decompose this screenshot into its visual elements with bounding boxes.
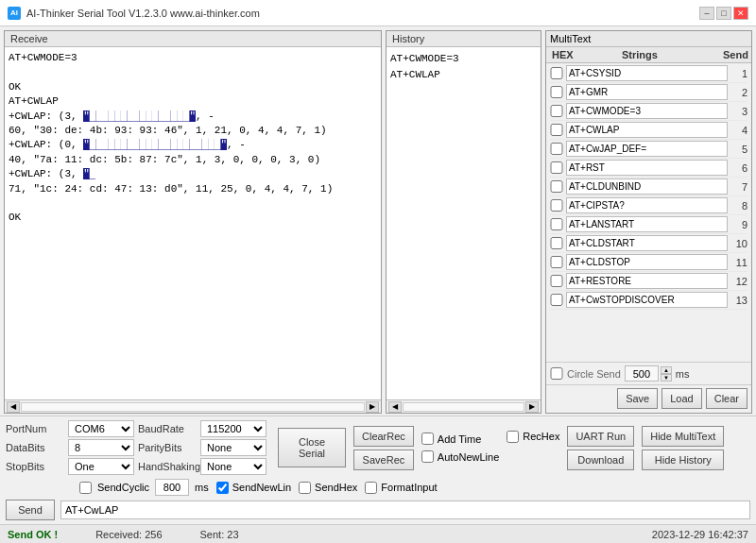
mt-row-input[interactable]: [566, 292, 728, 308]
rechex-label: RecHex: [523, 431, 559, 442]
history-item[interactable]: AT+CWMODE=3: [390, 51, 537, 67]
multitext-row: 6: [550, 159, 747, 178]
app-title: AI-Thinker Serial Tool V1.2.3.0 www.ai-t…: [26, 8, 260, 19]
circle-send-input[interactable]: [625, 365, 659, 382]
mt-row-checkbox[interactable]: [550, 294, 563, 306]
history-hscroll[interactable]: ◀ ▶: [387, 399, 541, 413]
send-cyclic-checkbox[interactable]: [79, 482, 92, 494]
cyclic-input[interactable]: [155, 479, 189, 496]
spinner-down[interactable]: ▼: [661, 374, 672, 382]
handshaking-label: HandShaking: [138, 461, 197, 472]
controls-row2: SendCyclic ms SendNewLin SendHex FormatI…: [6, 479, 750, 496]
add-time-checkbox[interactable]: [421, 433, 434, 445]
hscroll-left[interactable]: ◀: [7, 401, 20, 413]
mt-row-input[interactable]: [566, 122, 728, 138]
send-newlin-label: SendNewLin: [232, 482, 291, 493]
rechex-checkbox[interactable]: [507, 431, 519, 443]
mt-row-num: 2: [730, 87, 747, 98]
multitext-row: 5: [550, 140, 747, 159]
clear-button[interactable]: Clear: [706, 388, 747, 409]
multitext-actions: Save Load Clear: [546, 384, 751, 413]
send-newlin-checkbox[interactable]: [216, 482, 229, 494]
multitext-row: 11: [550, 253, 747, 272]
paritybits-row: ParityBits None: [138, 439, 266, 456]
hide-history-button[interactable]: Hide History: [642, 450, 724, 470]
mt-row-checkbox[interactable]: [550, 143, 563, 155]
baudrate-select[interactable]: 115200: [200, 420, 266, 437]
multitext-columns: HEX Strings Send: [546, 47, 751, 63]
baudrate-row: BaudRate 115200: [138, 420, 266, 437]
mt-row-input[interactable]: [566, 178, 728, 195]
history-hscroll-right[interactable]: ▶: [525, 401, 539, 413]
mt-row-checkbox[interactable]: [550, 161, 563, 174]
close-serial-button[interactable]: Close Serial: [278, 428, 346, 467]
mt-row-input[interactable]: [566, 273, 728, 289]
save-rec-button[interactable]: SaveRec: [353, 450, 414, 470]
mt-row-num: 10: [730, 238, 747, 249]
receive-text[interactable]: AT+CWMODE=3 OK AT+CWLAP +CWLAP: (3, "███…: [5, 47, 381, 399]
autonewline-group: AutoNewLine: [421, 450, 499, 463]
mt-row-checkbox[interactable]: [550, 124, 563, 136]
cyclic-row: SendCyclic ms: [79, 479, 209, 496]
datetime: 2023-12-29 16:42:37: [652, 529, 748, 540]
mt-row-input[interactable]: [566, 141, 728, 157]
handshaking-select[interactable]: None: [200, 458, 266, 475]
history-item[interactable]: AT+CWLAP: [390, 67, 537, 83]
spinner-up[interactable]: ▲: [661, 366, 672, 374]
download-button[interactable]: Download: [567, 450, 634, 470]
hscroll-thumb[interactable]: [21, 402, 365, 412]
mt-row-checkbox[interactable]: [550, 67, 563, 79]
paritybits-label: ParityBits: [138, 442, 197, 453]
bottom-area: PortNum COM6 BaudRate 115200 DataBits 8: [0, 416, 756, 524]
mt-row-input[interactable]: [566, 103, 728, 119]
stopbits-select[interactable]: One: [68, 458, 134, 475]
databits-select[interactable]: 8: [68, 439, 134, 456]
hide-multitext-button[interactable]: Hide MultiText: [642, 426, 724, 447]
spacer: [507, 449, 559, 466]
autonewline-checkbox[interactable]: [421, 450, 434, 463]
send-cyclic-label: SendCyclic: [97, 482, 149, 493]
hscroll-right[interactable]: ▶: [366, 401, 379, 413]
send-hex-checkbox[interactable]: [299, 482, 311, 494]
multitext-panel: MultiText HEX Strings Send 1 2 3 4: [545, 30, 752, 414]
mt-row-input[interactable]: [566, 197, 728, 213]
mt-row-input[interactable]: [566, 254, 728, 270]
mt-row-checkbox[interactable]: [550, 275, 563, 287]
mt-row-checkbox[interactable]: [550, 237, 563, 249]
uart-run-button[interactable]: UART Run: [567, 426, 634, 447]
portnum-row: PortNum COM6: [6, 420, 134, 437]
paritybits-select[interactable]: None: [200, 439, 266, 456]
mt-row-checkbox[interactable]: [550, 180, 563, 193]
stopbits-label: StopBits: [6, 461, 64, 472]
receive-hscroll[interactable]: ◀ ▶: [5, 399, 381, 413]
multitext-row: 7: [550, 178, 747, 196]
mt-row-checkbox[interactable]: [550, 218, 563, 230]
mt-row-checkbox[interactable]: [550, 105, 563, 117]
send-hex-group: SendHex: [299, 482, 357, 494]
clear-rec-button[interactable]: ClearRec: [353, 426, 414, 447]
mt-row-input[interactable]: [566, 65, 728, 81]
save-button[interactable]: Save: [617, 388, 658, 409]
mt-row-checkbox[interactable]: [550, 199, 563, 212]
mt-row-checkbox[interactable]: [550, 86, 563, 98]
mt-row-input[interactable]: [566, 160, 728, 176]
circle-send-spinner[interactable]: ▲ ▼: [661, 366, 672, 382]
mt-row-input[interactable]: [566, 84, 728, 100]
mt-row-checkbox[interactable]: [550, 256, 563, 268]
circle-send-checkbox[interactable]: [550, 367, 563, 380]
portnum-select[interactable]: COM6: [68, 420, 134, 437]
load-button[interactable]: Load: [662, 388, 701, 409]
history-hscroll-left[interactable]: ◀: [388, 401, 402, 413]
close-button[interactable]: ✕: [733, 7, 748, 20]
maximize-button[interactable]: □: [716, 7, 731, 20]
mt-row-input[interactable]: [566, 235, 728, 251]
send-input[interactable]: [60, 501, 750, 519]
format-input-checkbox[interactable]: [365, 482, 377, 494]
history-hscroll-thumb[interactable]: [403, 402, 524, 412]
mt-row-num: 5: [730, 144, 747, 155]
history-text[interactable]: AT+CWMODE=3 AT+CWLAP: [387, 47, 541, 399]
send-button[interactable]: Send: [6, 500, 55, 520]
minimize-button[interactable]: –: [699, 7, 714, 20]
mt-row-input[interactable]: [566, 216, 728, 232]
cyclic-ms-label: ms: [195, 482, 209, 493]
